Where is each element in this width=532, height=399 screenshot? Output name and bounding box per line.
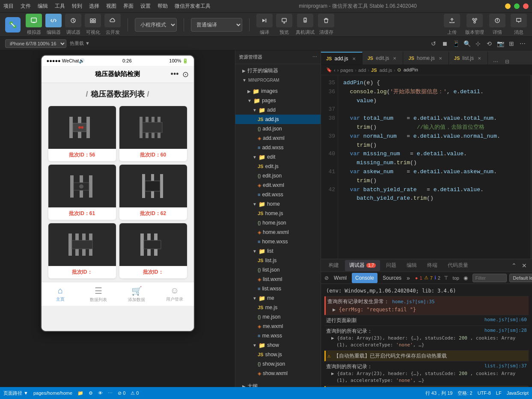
mode-select[interactable]: 小程序模式 [135,18,177,32]
panel-chevron-up-icon[interactable]: ⌃ [510,261,518,270]
menu-project[interactable]: 项目 [3,3,14,10]
window-maximize[interactable] [514,3,520,9]
breadcrumb-pages[interactable]: pages [340,68,353,73]
product-card-5[interactable]: 批次ID： [48,223,116,278]
expand-query2-icon[interactable]: ▶ [331,371,334,376]
home-js-close-icon[interactable]: ✕ [437,55,443,61]
message-button[interactable] [511,14,527,27]
preview-button[interactable] [276,14,292,27]
file-list-js[interactable]: JS list.js [235,256,321,265]
console-tab-button[interactable]: Console [352,273,377,283]
file-home-wxml[interactable]: ◈ home.wxml [235,228,321,237]
console-link-3[interactable]: home.js?[sm]:28 [484,327,527,335]
folder-list[interactable]: ▼ 📁 list [235,246,321,256]
file-add-js[interactable]: JS add.js [235,115,321,124]
product-card-6[interactable]: 批次ID： [119,223,187,278]
menu-interface[interactable]: 界面 [123,3,134,10]
editor-tab-edit-js[interactable]: JS edit.js ✕ [363,52,404,65]
gear-status-icon[interactable]: ⚙ [89,390,93,396]
console-link-2[interactable]: home.js?[sm]:60 [484,316,527,324]
file-home-js[interactable]: JS home.js [235,209,321,218]
miniprogram-section[interactable]: ▼ MINIPROGRAM [235,75,321,85]
explorer-more-icon[interactable]: ⋯ [312,54,317,60]
eye-icon[interactable]: ◉ [462,274,470,282]
move-icon[interactable]: ⊹ [474,39,482,48]
file-home-wxss[interactable]: ≡ home.wxss [235,237,321,246]
menu-goto[interactable]: 转到 [72,3,82,10]
window-minimize[interactable] [505,3,511,9]
breadcrumb-file[interactable]: JS add.js [371,68,392,73]
folder-images[interactable]: ▶ 📁 images [235,86,321,96]
window-controls[interactable] [505,3,529,9]
camera-icon[interactable]: 📷 [496,39,505,48]
file-home-json[interactable]: {} home.json [235,218,321,228]
tab-terminal[interactable]: 终端 [423,260,442,271]
nav-menu-icon[interactable]: ••• [171,70,179,79]
folder-pages[interactable]: ▼ 📁 pages [235,96,321,105]
file-add-json[interactable]: {} add.json [235,124,321,133]
editor-tab-home-js[interactable]: JS home.js ✕ [403,52,449,65]
upload-button[interactable] [444,14,460,27]
nav-back-icon[interactable]: ‹ [334,68,336,73]
visual-button[interactable] [85,14,101,27]
tab-build[interactable]: 构建 [324,260,343,271]
level-select[interactable]: Default levels [509,274,532,282]
file-me-json[interactable]: {} me.json [235,312,321,322]
compile-select[interactable]: 普通编译 [191,18,242,32]
file-list-wxml[interactable]: ◈ list.wxml [235,275,321,284]
cloud-button[interactable] [104,14,121,27]
file-add-wxml[interactable]: ◈ add.wxml [235,133,321,143]
menu-help[interactable]: 帮助 [158,3,168,10]
folder-edit[interactable]: ▼ 📁 edit [235,152,321,162]
top-icon[interactable]: ⊤ [442,274,450,282]
menu-tools[interactable]: 工具 [55,3,65,10]
console-stop-icon[interactable]: ⊘ [324,274,329,282]
console-output[interactable]: (env: Windows,mp,1.06.2402040; lib: 3.4.… [321,284,532,387]
filter-input[interactable] [473,274,507,282]
version-mgr-button[interactable] [467,14,483,27]
panel-close-icon[interactable]: ✕ [520,261,529,270]
outline-section[interactable]: ▶ 大纲 [235,381,321,387]
file-edit-wxml[interactable]: ◈ edit.wxml [235,180,321,190]
file-add-wxss[interactable]: ≡ add.wxss [235,143,321,152]
stop-icon[interactable]: ⏹ [440,39,449,48]
editor-tab-list-js[interactable]: JS list.js ✕ [449,52,488,65]
menu-settings[interactable]: 设置 [140,3,151,10]
tab-add[interactable]: 🛒 添加数据 [118,283,156,305]
compile-button[interactable] [256,14,273,27]
refresh-icon[interactable]: ↺ [429,39,438,48]
add-js-close-icon[interactable]: ✕ [351,56,357,62]
tab-list[interactable]: ☰ 数据列表 [80,283,118,305]
tab-user[interactable]: ☺ 用户登录 [156,283,194,305]
tab-edit-console[interactable]: 编辑 [402,260,421,271]
edit-js-close-icon[interactable]: ✕ [392,55,398,61]
product-card-3[interactable]: 批次ID：61 [48,165,116,220]
menu-bar[interactable]: 项目 文件 编辑 工具 转到 选择 视图 界面 设置 帮助 微信开发者工具 [3,3,211,10]
file-me-js[interactable]: JS me.js [235,303,321,312]
product-card-1[interactable]: 批次ID：56 [48,106,116,161]
breadcrumb-add[interactable]: add [358,68,366,73]
more-status-icon[interactable]: ⋯ [108,390,113,396]
product-card-2[interactable]: 批次ID：60 [119,106,187,161]
file-show-json[interactable]: {} show.json [235,359,321,369]
file-list-wxss[interactable]: ≡ list.wxss [235,284,321,293]
sources-tab-button[interactable]: Sources [379,273,405,283]
file-me-wxss[interactable]: ≡ me.wxss [235,331,321,340]
more-console-tabs-icon[interactable]: » [407,274,410,282]
console-link-4[interactable]: list.js?[sm]:37 [484,363,527,370]
file-me-wxml[interactable]: ◈ me.wxml [235,322,321,331]
clear-cache-button[interactable] [318,14,334,27]
folder-me[interactable]: ▼ 📁 me [235,293,321,303]
menu-edit[interactable]: 编辑 [38,3,48,10]
nav-forward-icon[interactable]: › [337,68,339,73]
file-edit-js[interactable]: JS edit.js [235,162,321,171]
hot-reload-button[interactable]: 热重载 ▼ [70,40,90,47]
file-show-wxml[interactable]: ◈ show.wxml [235,369,321,378]
file-edit-json[interactable]: {} edit.json [235,171,321,180]
folder-add[interactable]: ▼ 📁 add [235,105,321,115]
rotate-icon[interactable]: ⟲ [485,39,493,48]
tab-code-quality[interactable]: 代码质量 [443,260,473,271]
simulator-button[interactable] [26,14,42,27]
tab-home[interactable]: ⌂ 主页 [42,283,80,305]
console-link-1[interactable]: home.js?[sm]:35 [392,299,434,304]
